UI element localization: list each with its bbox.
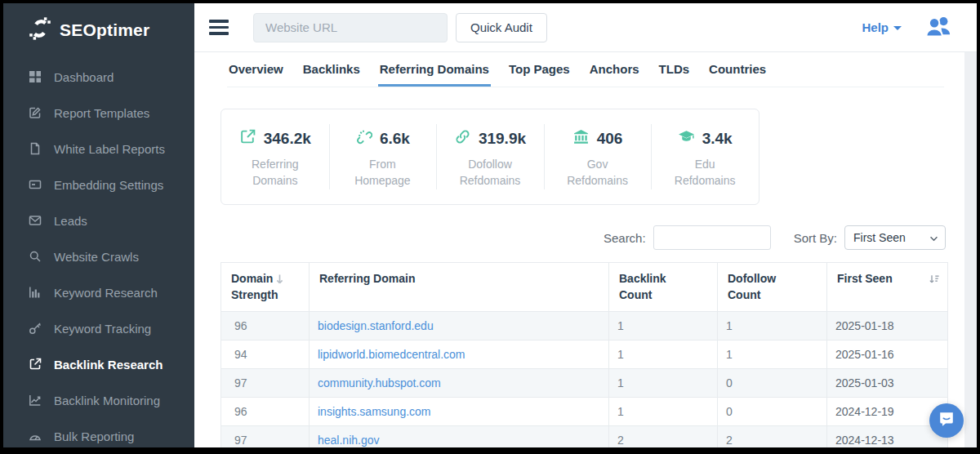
- website-url-input[interactable]: [253, 13, 448, 42]
- sidebar-item-label: Dashboard: [54, 70, 114, 84]
- users-icon: [924, 14, 952, 42]
- stat-label: Gov Refdomains: [557, 156, 639, 189]
- tab-overview[interactable]: Overview: [227, 62, 285, 87]
- tab-top-pages[interactable]: Top Pages: [507, 62, 572, 87]
- referring-domain-link[interactable]: lipidworld.biomedcentral.com: [318, 348, 466, 361]
- column-header-dofollow-count[interactable]: Dofollow Count: [718, 263, 827, 312]
- sidebar-item-label: Leads: [54, 214, 87, 228]
- stat-gov-refdomains: 406 Gov Refdomains: [544, 109, 652, 204]
- quick-audit-button[interactable]: Quick Audit: [456, 13, 547, 42]
- referring-domain-cell: biodesign.stanford.edu: [310, 312, 609, 340]
- referring-domain-link[interactable]: heal.nih.gov: [318, 434, 380, 447]
- account-users-button[interactable]: [924, 14, 952, 42]
- column-header-domain-strength[interactable]: Domain Strength: [221, 263, 310, 312]
- sidebar-item-label: Website Crawls: [54, 250, 139, 264]
- stat-dofollow-refdomains: 319.9k Dofollow Refdomains: [436, 109, 544, 204]
- search-label: Search:: [604, 231, 646, 245]
- domain-strength-cell: 94: [221, 340, 310, 369]
- column-header-backlink-count[interactable]: Backlink Count: [609, 263, 718, 312]
- graduation-cap-icon: [678, 128, 695, 149]
- stat-label: Referring Domains: [234, 156, 316, 189]
- backlink-count-cell: 2: [609, 426, 718, 447]
- sidebar-item-backlink-research[interactable]: Backlink Research: [3, 346, 194, 382]
- domain-strength-cell: 96: [221, 312, 310, 340]
- referring-domain-link[interactable]: insights.samsung.com: [318, 405, 431, 418]
- sidebar-item-dashboard[interactable]: Dashboard: [3, 59, 194, 95]
- dofollow-count-cell: 0: [718, 398, 827, 426]
- screenshot-frame: SEOptimer Dashboard Report Templates Whi…: [0, 0, 980, 454]
- stat-from-homepage: 6.6k From Homepage: [329, 109, 437, 204]
- tab-backlinks[interactable]: Backlinks: [301, 62, 362, 87]
- sidebar-item-bulk-reporting[interactable]: Bulk Reporting: [3, 418, 194, 447]
- sidebar-item-leads[interactable]: Leads: [3, 203, 194, 238]
- brand-logo[interactable]: SEOptimer: [3, 3, 194, 52]
- tab-referring-domains[interactable]: Referring Domains: [378, 62, 491, 87]
- stat-value: 6.6k: [380, 130, 410, 148]
- sidebar-item-keyword-research[interactable]: Keyword Research: [3, 274, 194, 310]
- keyword-research-icon: [28, 286, 42, 300]
- tab-countries[interactable]: Countries: [707, 62, 768, 87]
- backlink-monitoring-icon: [28, 394, 42, 407]
- sidebar-item-report-templates[interactable]: Report Templates: [3, 95, 194, 131]
- backlink-research-icon: [28, 358, 42, 372]
- embedding-settings-icon: [28, 178, 42, 192]
- chat-icon: [938, 410, 956, 431]
- sort-descending-icon: [275, 273, 284, 289]
- brand-name: SEOptimer: [60, 20, 149, 40]
- sidebar-item-label: White Label Reports: [54, 142, 165, 156]
- sidebar-item-label: Report Templates: [54, 106, 149, 120]
- chat-launcher[interactable]: [929, 403, 964, 438]
- sidebar-item-embedding-settings[interactable]: Embedding Settings: [3, 167, 194, 203]
- menu-toggle-button[interactable]: [209, 20, 229, 35]
- content-area: Overview Backlinks Referring Domains Top…: [194, 52, 977, 447]
- column-header-referring-domain[interactable]: Referring Domain: [310, 263, 609, 312]
- table-row: 94 lipidworld.biomedcentral.com 1 1 2025…: [221, 340, 948, 369]
- domain-strength-cell: 96: [221, 398, 310, 426]
- sidebar-item-label: Bulk Reporting: [54, 430, 134, 443]
- sidebar-item-white-label-reports[interactable]: White Label Reports: [3, 131, 194, 167]
- app-window: SEOptimer Dashboard Report Templates Whi…: [3, 3, 977, 447]
- referring-domain-cell: insights.samsung.com: [310, 398, 609, 426]
- sort-by-value: First Seen: [853, 231, 906, 244]
- referring-domain-cell: lipidworld.biomedcentral.com: [310, 340, 609, 369]
- sidebar-item-label: Backlink Research: [54, 358, 163, 372]
- help-menu[interactable]: Help: [862, 20, 902, 34]
- first-seen-cell: 2025-01-16: [827, 340, 948, 369]
- stat-value: 346.2k: [264, 130, 311, 148]
- backlink-count-cell: 1: [609, 369, 718, 398]
- dashboard-icon: [28, 70, 42, 84]
- table-filters: Search: Sort By: First Seen: [194, 225, 946, 250]
- table-search-input[interactable]: [653, 225, 771, 250]
- sort-by-control: Sort By: First Seen: [794, 225, 946, 250]
- stats-summary-card: 346.2k Referring Domains 6.6k From Homep…: [220, 109, 760, 205]
- broken-link-icon: [355, 128, 372, 149]
- topbar: Quick Audit Help: [194, 3, 977, 52]
- first-seen-cell: 2025-01-03: [827, 369, 948, 398]
- stat-value: 3.4k: [702, 130, 733, 148]
- tab-anchors[interactable]: Anchors: [588, 62, 641, 87]
- stat-label: From Homepage: [341, 156, 423, 189]
- stat-value: 319.9k: [479, 130, 526, 148]
- sidebar-item-website-crawls[interactable]: Website Crawls: [3, 238, 194, 274]
- table-row: 96 insights.samsung.com 1 0 2024-12-19: [221, 398, 948, 426]
- seoptimer-gear-icon: [28, 16, 52, 44]
- dofollow-count-cell: 2: [718, 426, 827, 447]
- table-row: 97 community.hubspot.com 1 0 2025-01-03: [221, 369, 948, 398]
- sort-by-select[interactable]: First Seen: [844, 225, 946, 250]
- stat-label: Edu Refdomains: [664, 156, 746, 189]
- referring-domain-link[interactable]: community.hubspot.com: [318, 376, 441, 389]
- leads-icon: [28, 214, 42, 228]
- dofollow-count-cell: 0: [718, 369, 827, 398]
- column-header-first-seen[interactable]: First Seen: [827, 263, 948, 312]
- sidebar-item-backlink-monitoring[interactable]: Backlink Monitoring: [3, 382, 194, 418]
- sidebar-item-label: Backlink Monitoring: [54, 394, 160, 407]
- referring-domain-link[interactable]: biodesign.stanford.edu: [318, 319, 434, 332]
- backlink-count-cell: 1: [609, 312, 718, 340]
- sidebar-item-keyword-tracking[interactable]: Keyword Tracking: [3, 310, 194, 346]
- table-row: 96 biodesign.stanford.edu 1 1 2025-01-18: [221, 312, 948, 340]
- first-seen-cell: 2024-12-13: [827, 426, 948, 447]
- sidebar: SEOptimer Dashboard Report Templates Whi…: [3, 3, 194, 447]
- stat-value: 406: [597, 130, 623, 148]
- tab-tlds[interactable]: TLDs: [657, 62, 692, 87]
- bulk-reporting-icon: [28, 430, 42, 443]
